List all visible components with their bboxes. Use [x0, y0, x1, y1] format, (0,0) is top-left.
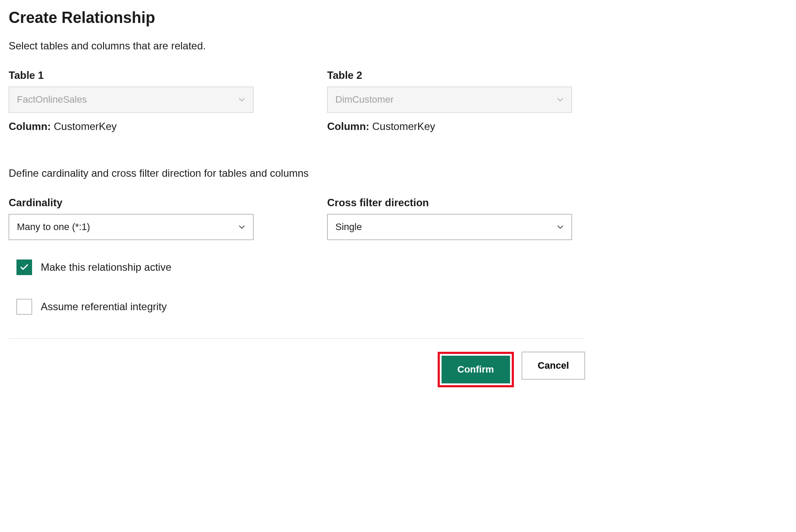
cardinality-select[interactable]: Many to one (*:1)	[9, 214, 253, 240]
table1-column-label: Column:	[9, 120, 51, 132]
cancel-button[interactable]: Cancel	[522, 352, 585, 380]
table1-column-value: CustomerKey	[54, 120, 117, 132]
table2-column-row: Column: CustomerKey	[327, 120, 572, 133]
table2-column-label: Column:	[327, 120, 369, 132]
table2-column-value: CustomerKey	[372, 120, 435, 132]
cross-filter-label: Cross filter direction	[327, 197, 572, 209]
table2-section: Table 2 DimCustomer Column: CustomerKey	[327, 69, 572, 159]
cardinality-value: Many to one (*:1)	[17, 221, 90, 233]
integrity-checkbox-label: Assume referential integrity	[41, 301, 167, 313]
cross-filter-section: Cross filter direction Single	[327, 197, 572, 240]
table1-label: Table 1	[9, 69, 253, 81]
tables-row: Table 1 FactOnlineSales Column: Customer…	[9, 69, 585, 159]
table1-value: FactOnlineSales	[17, 94, 87, 105]
table1-column-row: Column: CustomerKey	[9, 120, 253, 133]
integrity-checkbox[interactable]	[16, 299, 32, 315]
dialog-footer: Confirm Cancel	[9, 338, 585, 387]
settings-row: Cardinality Many to one (*:1) Cross filt…	[9, 197, 585, 240]
confirm-button[interactable]: Confirm	[442, 356, 510, 383]
chevron-down-icon	[557, 224, 564, 230]
integrity-checkbox-row: Assume referential integrity	[16, 299, 585, 315]
dialog-subtitle: Select tables and columns that are relat…	[9, 40, 585, 52]
cardinality-section-text: Define cardinality and cross filter dire…	[9, 167, 585, 179]
confirm-highlight: Confirm	[438, 352, 514, 387]
cross-filter-select[interactable]: Single	[327, 214, 572, 240]
active-checkbox-label: Make this relationship active	[41, 261, 171, 273]
table1-section: Table 1 FactOnlineSales Column: Customer…	[9, 69, 253, 159]
table2-label: Table 2	[327, 69, 572, 81]
chevron-down-icon	[238, 96, 245, 103]
cross-filter-value: Single	[335, 221, 362, 233]
cardinality-section: Cardinality Many to one (*:1)	[9, 197, 253, 240]
table1-select[interactable]: FactOnlineSales	[9, 87, 253, 113]
active-checkbox[interactable]	[16, 260, 32, 275]
table2-value: DimCustomer	[335, 94, 393, 105]
chevron-down-icon	[238, 224, 245, 230]
check-icon	[19, 263, 29, 272]
create-relationship-dialog: Create Relationship Select tables and co…	[9, 9, 585, 387]
chevron-down-icon	[557, 96, 564, 103]
dialog-title: Create Relationship	[9, 9, 585, 27]
active-checkbox-row: Make this relationship active	[16, 260, 585, 275]
table2-select[interactable]: DimCustomer	[327, 87, 572, 113]
cardinality-label: Cardinality	[9, 197, 253, 209]
